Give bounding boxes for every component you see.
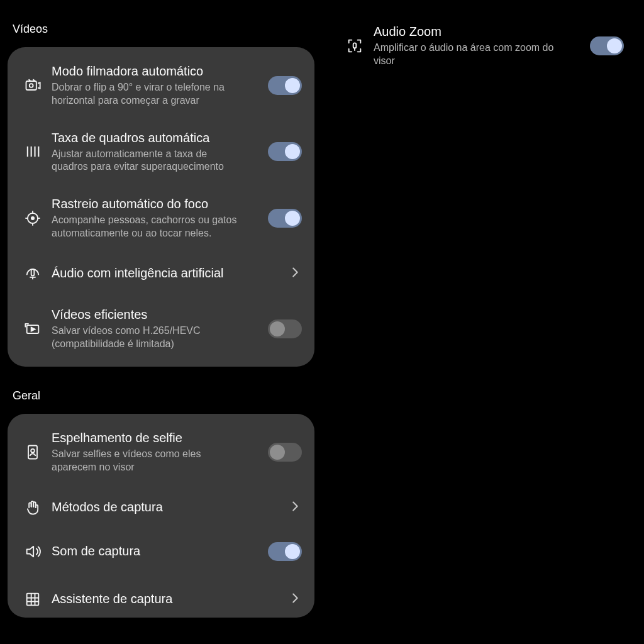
svg-point-18 [31,449,35,453]
efficient-video-icon [19,320,47,338]
chevron-right-icon [288,499,302,516]
row-focus-tracking[interactable]: Rastreio automático do foco Acompanhe pe… [8,185,314,252]
row-ai-audio[interactable]: Áudio com inteligência artificial [8,252,314,296]
general-settings-card: Espelhamento de selfie Salvar selfies e … [8,414,314,618]
selfie-mirror-icon [19,443,47,461]
svg-point-7 [31,217,34,219]
row-title: Modo filmadora automático [52,64,257,79]
row-title: Espelhamento de selfie [52,430,257,446]
toggle-auto-framerate[interactable] [268,142,302,161]
row-desc: Ajustar automaticamente a taxa de quadro… [52,148,240,174]
row-title: Vídeos eficientes [52,307,257,323]
row-title: Taxa de quadros automática [52,130,257,146]
camcorder-icon [19,77,47,94]
toggle-efficient-videos[interactable] [268,319,302,338]
grid-icon [19,591,47,608]
hand-icon [19,499,47,516]
section-header-general: Geral [8,367,314,414]
row-title: Áudio com inteligência artificial [52,265,257,281]
toggle-shutter-sound[interactable] [268,542,302,561]
ai-audio-icon [19,265,47,282]
svg-marker-16 [31,327,35,331]
row-title: Métodos de captura [52,499,257,515]
section-header-videos: Vídeos [8,0,314,47]
row-camcorder-mode[interactable]: Modo filmadora automático Dobrar o flip … [8,52,314,119]
row-efficient-videos[interactable]: Vídeos eficientes Salvar vídeos como H.2… [8,296,314,362]
row-selfie-mirror[interactable]: Espelhamento de selfie Salvar selfies e … [8,419,314,486]
row-desc: Amplificar o áudio na área com zoom do v… [374,42,562,68]
row-title: Audio Zoom [374,24,579,40]
svg-point-1 [30,84,33,87]
row-desc: Salvar vídeos como H.265/HEVC (compatibi… [52,325,240,351]
row-title: Rastreio automático do foco [52,196,257,212]
toggle-focus-tracking[interactable] [268,209,302,228]
chevron-right-icon [288,265,302,282]
videos-settings-card: Modo filmadora automático Dobrar o flip … [8,47,314,367]
svg-rect-19 [27,594,39,606]
toggle-audio-zoom[interactable] [590,36,624,55]
svg-rect-12 [31,269,35,276]
svg-rect-24 [353,43,357,48]
toggle-camcorder-mode[interactable] [268,76,302,95]
focus-target-icon [19,209,47,227]
toggle-selfie-mirror[interactable] [268,443,302,462]
row-capture-methods[interactable]: Métodos de captura [8,486,314,530]
audio-zoom-icon [341,37,369,55]
row-title: Assistente de captura [52,591,257,607]
row-desc: Salvar selfies e vídeos como eles aparec… [52,448,240,474]
sound-icon [19,543,47,560]
framerate-icon [19,143,47,160]
row-desc: Dobrar o flip a 90° e virar o telefone n… [52,81,240,108]
row-capture-assist[interactable]: Assistente de captura [8,574,314,618]
chevron-right-icon [288,591,302,608]
row-auto-framerate[interactable]: Taxa de quadros automática Ajustar autom… [8,119,314,186]
svg-rect-0 [26,81,36,90]
row-desc: Acompanhe pessoas, cachorros ou gatos au… [52,214,240,240]
row-shutter-sound[interactable]: Som de captura [8,530,314,574]
row-title: Som de captura [52,543,257,559]
row-audio-zoom[interactable]: Audio Zoom Amplificar o áudio na área co… [330,13,636,79]
